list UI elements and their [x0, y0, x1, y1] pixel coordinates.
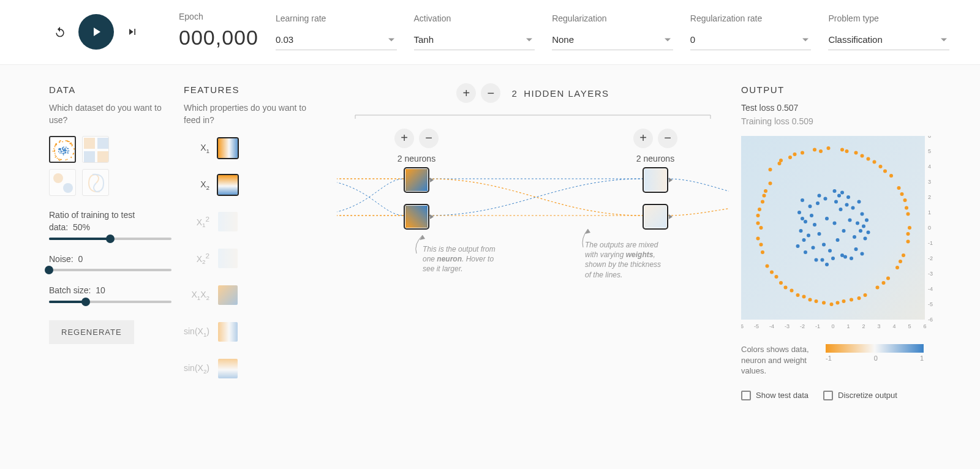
features-heading: FEATURES	[184, 83, 325, 96]
svg-point-188	[842, 299, 846, 303]
svg-point-206	[807, 234, 810, 238]
activation-select[interactable]: Tanh	[414, 29, 535, 50]
svg-point-232	[797, 211, 801, 214]
output-column: OUTPUT Test loss 0.507 Training loss 0.5…	[741, 83, 949, 429]
batch-slider[interactable]	[49, 301, 172, 303]
regularization-label: Regularization	[552, 13, 673, 25]
feature-toggle-x1sq[interactable]	[217, 211, 239, 233]
svg-point-237	[796, 244, 800, 248]
regenerate-button[interactable]: REGENERATE	[49, 320, 134, 344]
feature-toggle-sinx2[interactable]	[217, 358, 239, 380]
discretize-output-checkbox[interactable]: Discretize output	[823, 390, 897, 401]
problem-type-select[interactable]: Classification	[828, 29, 949, 50]
svg-text:-1: -1	[928, 240, 933, 246]
svg-point-176	[905, 206, 908, 210]
svg-point-195	[818, 232, 821, 236]
svg-point-223	[864, 237, 867, 241]
svg-point-48	[60, 159, 61, 160]
svg-point-95	[62, 149, 63, 150]
svg-text:-1: -1	[815, 323, 820, 329]
add-neuron-l2[interactable]: +	[639, 131, 647, 144]
svg-point-235	[867, 231, 870, 234]
color-legend: Colors shows data, neuron and weight val…	[741, 344, 949, 377]
svg-point-209	[816, 201, 820, 205]
svg-point-32	[71, 157, 72, 159]
remove-layer-button[interactable]: −	[481, 83, 500, 103]
feature-toggle-x1[interactable]	[217, 137, 239, 159]
play-icon	[89, 24, 104, 39]
svg-point-43	[66, 140, 67, 141]
svg-point-214	[861, 212, 864, 216]
feature-label: X1X2	[184, 289, 209, 302]
svg-point-165	[763, 194, 766, 198]
svg-point-82	[67, 152, 69, 154]
learning-rate-group: Learning rate 0.03	[276, 13, 397, 51]
svg-point-231	[818, 194, 821, 198]
svg-text:4: 4	[928, 163, 931, 170]
feature-toggle-x2sq[interactable]	[217, 247, 239, 269]
output-checkboxes: Show test data Discretize output	[741, 390, 949, 401]
dataset-circle[interactable]	[49, 136, 76, 163]
ratio-slider[interactable]	[49, 238, 172, 240]
feature-toggle-x1x2[interactable]	[217, 284, 239, 306]
svg-text:-6: -6	[741, 323, 744, 329]
svg-point-142	[889, 174, 893, 178]
dataset-xor[interactable]	[82, 136, 109, 163]
feature-label: sin(X2)	[184, 362, 209, 376]
output-chart[interactable]: -6-5-4-3-2-10123456 -6-5-4-3-2-10123456	[741, 136, 937, 332]
epoch-value: 000,000	[179, 23, 258, 53]
svg-point-234	[815, 258, 818, 262]
svg-point-92	[63, 150, 64, 151]
svg-point-204	[828, 249, 832, 253]
svg-point-160	[766, 265, 769, 268]
svg-point-196	[836, 238, 840, 242]
feature-label: X22	[184, 251, 209, 266]
svg-text:-5: -5	[928, 301, 933, 307]
play-button[interactable]	[78, 14, 114, 50]
add-layer-button[interactable]: +	[456, 83, 476, 103]
show-test-data-checkbox[interactable]: Show test data	[741, 390, 809, 401]
layer1-neurons-label: 2 neurons	[398, 154, 435, 163]
layer2-neurons-label: 2 neurons	[636, 154, 674, 163]
remove-neuron-l1[interactable]: −	[425, 131, 432, 144]
neuron-l1-2[interactable]	[404, 204, 434, 229]
svg-marker-125	[669, 178, 673, 182]
step-button[interactable]	[121, 21, 143, 43]
dataset-gauss[interactable]	[49, 169, 76, 196]
remove-neuron-l2[interactable]: −	[664, 131, 671, 144]
svg-point-240	[840, 191, 844, 195]
svg-text:0: 0	[928, 225, 931, 231]
legend-text: Colors shows data, neuron and weight val…	[741, 344, 815, 377]
svg-point-230	[865, 219, 869, 222]
caret-down-icon	[941, 38, 947, 41]
batch-label: Batch size: 10	[49, 285, 172, 297]
noise-label: Noise: 0	[49, 253, 172, 266]
network-canvas: + − + − 2 neurons 2 neurons	[337, 107, 729, 425]
svg-point-151	[876, 286, 880, 290]
svg-point-96	[62, 148, 63, 149]
learning-rate-select[interactable]: 0.03	[276, 29, 397, 50]
dataset-spiral[interactable]	[82, 169, 109, 196]
svg-point-156	[809, 298, 812, 302]
caret-down-icon	[665, 38, 671, 41]
svg-point-178	[899, 260, 902, 263]
feature-toggle-sinx1[interactable]	[217, 321, 239, 343]
svg-rect-131	[741, 136, 925, 320]
reset-button[interactable]	[49, 21, 71, 43]
regularization-select[interactable]: None	[552, 29, 673, 50]
neuron-l2-1[interactable]	[643, 168, 673, 192]
output-heading: OUTPUT	[741, 83, 949, 96]
svg-point-105	[63, 183, 73, 193]
svg-point-225	[846, 195, 850, 199]
feature-sinx1: sin(X1)	[184, 320, 325, 344]
svg-point-27	[69, 143, 70, 144]
svg-point-166	[769, 182, 772, 186]
svg-point-70	[66, 147, 67, 148]
feature-toggle-x2[interactable]	[217, 174, 239, 196]
svg-point-183	[760, 243, 763, 247]
noise-slider[interactable]	[49, 269, 172, 271]
neuron-l2-2[interactable]	[643, 204, 673, 229]
add-neuron-l1[interactable]: +	[401, 131, 408, 144]
regularization-rate-select[interactable]: 0	[690, 29, 812, 50]
neuron-l1-1[interactable]	[404, 168, 434, 192]
